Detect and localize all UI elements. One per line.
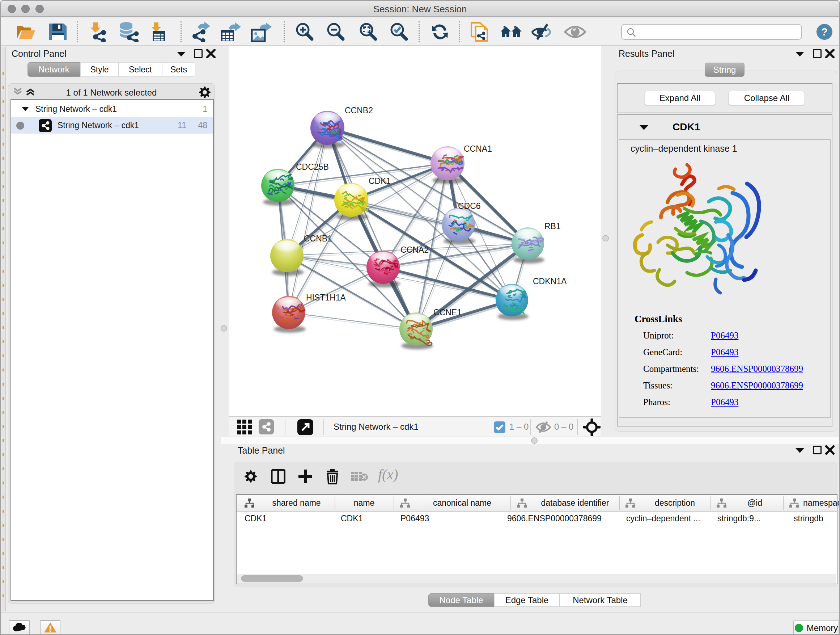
svg-text:RB1: RB1 (545, 222, 561, 231)
svg-text:CCNE1: CCNE1 (433, 308, 462, 317)
svg-text:CCNA1: CCNA1 (464, 144, 492, 154)
svg-text:CDK1: CDK1 (369, 176, 391, 186)
svg-text:CDKN1A: CDKN1A (533, 277, 567, 286)
svg-text:?: ? (821, 26, 828, 38)
svg-text:CCNB2: CCNB2 (345, 106, 373, 115)
svg-text:HIST1H1A: HIST1H1A (306, 293, 346, 302)
svg-text:CCNA2: CCNA2 (401, 245, 429, 255)
svg-text:CDC6: CDC6 (458, 201, 481, 211)
svg-text:CCNB1: CCNB1 (304, 234, 332, 243)
svg-text:CDC25B: CDC25B (296, 162, 329, 172)
